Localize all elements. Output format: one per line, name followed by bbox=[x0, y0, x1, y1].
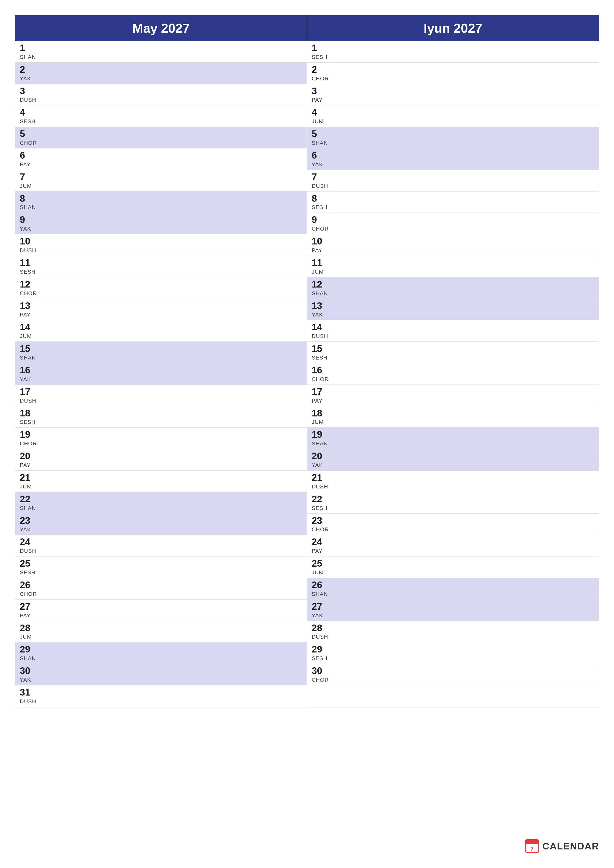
day-number: 19 bbox=[20, 429, 302, 440]
day-number: 1 bbox=[312, 43, 594, 53]
day-row: 19CHOR bbox=[16, 428, 307, 449]
day-number: 29 bbox=[312, 644, 594, 655]
day-label: DUSH bbox=[20, 247, 302, 254]
day-row: 18SESH bbox=[16, 406, 307, 428]
day-row: 21DUSH bbox=[307, 471, 598, 492]
day-label: CHOR bbox=[312, 677, 594, 683]
day-label: CHOR bbox=[20, 591, 302, 597]
day-row: 5SHAN bbox=[307, 127, 598, 149]
day-row: 15SHAN bbox=[16, 342, 307, 363]
day-number: 1 bbox=[20, 43, 302, 53]
day-label: YAK bbox=[312, 462, 594, 468]
day-number: 22 bbox=[20, 494, 302, 505]
day-label: DUSH bbox=[312, 634, 594, 640]
day-number: 19 bbox=[312, 429, 594, 440]
day-number: 12 bbox=[312, 279, 594, 290]
day-number: 6 bbox=[312, 150, 594, 161]
day-label: CHOR bbox=[312, 526, 594, 533]
day-label: CHOR bbox=[20, 290, 302, 297]
day-label: JUM bbox=[20, 484, 302, 490]
day-number: 14 bbox=[312, 322, 594, 333]
day-row: 5CHOR bbox=[16, 127, 307, 149]
calendar-container: May 2027 Iyun 2027 1SHAN2YAK3DUSH4SESH5C… bbox=[15, 15, 599, 707]
day-number: 25 bbox=[312, 558, 594, 569]
day-number: 13 bbox=[312, 301, 594, 311]
day-row: 22SESH bbox=[307, 492, 598, 514]
day-label: SHAN bbox=[20, 355, 302, 361]
day-label: JUM bbox=[312, 569, 594, 576]
day-label: PAY bbox=[20, 612, 302, 619]
day-number: 24 bbox=[20, 537, 302, 547]
day-row: 2YAK bbox=[16, 63, 307, 84]
day-label: SHAN bbox=[312, 591, 594, 597]
day-label: CHOR bbox=[312, 226, 594, 232]
day-label: SHAN bbox=[312, 290, 594, 297]
day-row: 21JUM bbox=[16, 471, 307, 492]
day-label: CHOR bbox=[312, 76, 594, 82]
day-row: 18JUM bbox=[307, 406, 598, 428]
day-number: 10 bbox=[312, 236, 594, 247]
day-row: 29SHAN bbox=[16, 642, 307, 664]
day-row: 17DUSH bbox=[16, 385, 307, 406]
day-number: 31 bbox=[20, 687, 302, 698]
day-label: YAK bbox=[20, 76, 302, 82]
day-row: 19SHAN bbox=[307, 428, 598, 449]
day-label: DUSH bbox=[312, 484, 594, 490]
day-number: 17 bbox=[312, 387, 594, 397]
day-row: 26CHOR bbox=[16, 578, 307, 600]
page: May 2027 Iyun 2027 1SHAN2YAK3DUSH4SESH5C… bbox=[0, 0, 614, 868]
day-number: 9 bbox=[312, 215, 594, 225]
day-number: 21 bbox=[20, 473, 302, 483]
calendar-logo-icon: 7 bbox=[525, 839, 539, 853]
day-label: JUM bbox=[312, 118, 594, 125]
day-number: 5 bbox=[20, 129, 302, 139]
day-row: 24PAY bbox=[307, 535, 598, 556]
day-number: 23 bbox=[312, 516, 594, 526]
day-label: PAY bbox=[312, 97, 594, 103]
day-label: YAK bbox=[20, 526, 302, 533]
month2-column: 1SESH2CHOR3PAY4JUM5SHAN6YAK7DUSH8SESH9CH… bbox=[307, 41, 598, 707]
day-number: 15 bbox=[20, 344, 302, 354]
day-row: 8SESH bbox=[307, 192, 598, 213]
day-row: 26SHAN bbox=[307, 578, 598, 600]
day-number: 8 bbox=[312, 194, 594, 204]
day-row: 8SHAN bbox=[16, 192, 307, 213]
day-row: 3DUSH bbox=[16, 84, 307, 105]
day-row: 6PAY bbox=[16, 149, 307, 170]
day-row: 27PAY bbox=[16, 600, 307, 621]
day-number: 18 bbox=[20, 408, 302, 418]
day-row: 16CHOR bbox=[307, 363, 598, 385]
day-row: 28DUSH bbox=[307, 621, 598, 643]
day-label: DUSH bbox=[312, 183, 594, 189]
day-row: 4JUM bbox=[307, 105, 598, 127]
day-row: 25SESH bbox=[16, 556, 307, 578]
day-label: JUM bbox=[20, 183, 302, 189]
day-row: 28JUM bbox=[16, 621, 307, 643]
day-label: YAK bbox=[20, 376, 302, 383]
day-row: 11SESH bbox=[16, 256, 307, 277]
day-label: SESH bbox=[312, 655, 594, 662]
day-label: YAK bbox=[312, 612, 594, 619]
day-row: 7DUSH bbox=[307, 170, 598, 192]
day-label: JUM bbox=[312, 269, 594, 275]
day-number: 16 bbox=[20, 365, 302, 376]
day-number: 4 bbox=[312, 107, 594, 118]
day-row: 13YAK bbox=[307, 299, 598, 321]
day-label: JUM bbox=[312, 419, 594, 425]
day-row: 10DUSH bbox=[16, 234, 307, 256]
day-number: 17 bbox=[20, 387, 302, 397]
month2-header: Iyun 2027 bbox=[307, 16, 598, 41]
day-number: 3 bbox=[312, 86, 594, 96]
day-number: 24 bbox=[312, 537, 594, 547]
day-row: 23CHOR bbox=[307, 514, 598, 535]
day-label: SESH bbox=[312, 505, 594, 512]
day-label: JUM bbox=[20, 333, 302, 339]
day-number: 8 bbox=[20, 194, 302, 204]
day-row: 14DUSH bbox=[307, 320, 598, 342]
day-row: 6YAK bbox=[307, 149, 598, 170]
day-row: 4SESH bbox=[16, 105, 307, 127]
svg-rect-2 bbox=[525, 843, 538, 844]
day-number: 7 bbox=[20, 172, 302, 182]
day-row: 1SHAN bbox=[16, 41, 307, 63]
day-row: 31DUSH bbox=[16, 685, 307, 707]
